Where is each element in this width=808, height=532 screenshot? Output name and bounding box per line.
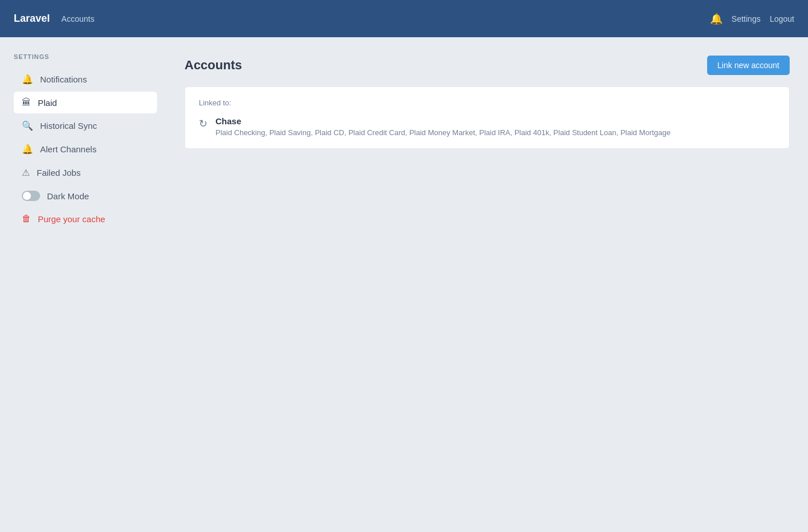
sidebar-item-failed-jobs[interactable]: ⚠ Failed Jobs bbox=[14, 161, 157, 184]
warning-icon: ⚠ bbox=[22, 167, 30, 178]
sidebar-item-label: Purge your cache bbox=[38, 214, 105, 224]
bell-icon: 🔔 bbox=[710, 13, 723, 25]
link-new-account-button[interactable]: Link new account bbox=[707, 56, 790, 75]
navbar-brand: Laravel bbox=[14, 13, 50, 25]
content-header: Accounts Link new account bbox=[185, 56, 790, 75]
settings-link[interactable]: Settings bbox=[732, 14, 761, 23]
navbar: Laravel Accounts 🔔 Settings Logout bbox=[0, 0, 808, 37]
bell-icon: 🔔 bbox=[22, 74, 33, 85]
main-layout: SETTINGS 🔔 Notifications 🏛 Plaid 🔍 Histo… bbox=[0, 37, 808, 532]
navbar-left: Laravel Accounts bbox=[14, 13, 95, 25]
account-name: Chase bbox=[215, 116, 670, 126]
navbar-accounts-link[interactable]: Accounts bbox=[61, 14, 95, 23]
sidebar-item-label: Notifications bbox=[40, 74, 87, 84]
account-info: Chase Plaid Checking, Plaid Saving, Plai… bbox=[215, 116, 670, 137]
sidebar-item-label: Plaid bbox=[38, 98, 57, 108]
linked-to-label: Linked to: bbox=[199, 98, 775, 107]
history-icon: 🔍 bbox=[22, 120, 33, 131]
account-sub-accounts: Plaid Checking, Plaid Saving, Plaid CD, … bbox=[215, 128, 670, 137]
sidebar-item-purge-cache[interactable]: 🗑 Purge your cache bbox=[14, 208, 157, 230]
sidebar-section-title: SETTINGS bbox=[14, 53, 157, 60]
dark-mode-toggle[interactable] bbox=[22, 191, 40, 201]
alert-bell-icon: 🔔 bbox=[22, 144, 33, 155]
logout-link[interactable]: Logout bbox=[770, 14, 794, 23]
bank-icon: 🏛 bbox=[22, 97, 31, 108]
page-title: Accounts bbox=[185, 58, 242, 73]
accounts-card: Linked to: ↻ Chase Plaid Checking, Plaid… bbox=[185, 86, 790, 149]
trash-icon: 🗑 bbox=[22, 214, 31, 224]
main-content: Accounts Link new account Linked to: ↻ C… bbox=[166, 37, 808, 532]
sidebar-item-historical-sync[interactable]: 🔍 Historical Sync bbox=[14, 115, 157, 137]
navbar-right: 🔔 Settings Logout bbox=[710, 13, 794, 25]
account-row: ↻ Chase Plaid Checking, Plaid Saving, Pl… bbox=[199, 116, 775, 137]
sidebar-item-notifications[interactable]: 🔔 Notifications bbox=[14, 68, 157, 90]
sync-icon: ↻ bbox=[199, 117, 207, 130]
sidebar-item-dark-mode[interactable]: Dark Mode bbox=[14, 185, 157, 207]
sidebar-item-label: Alert Channels bbox=[40, 144, 96, 154]
sidebar-item-label: Failed Jobs bbox=[37, 168, 81, 178]
sidebar-item-label: Dark Mode bbox=[47, 191, 89, 201]
sidebar-item-plaid[interactable]: 🏛 Plaid bbox=[14, 92, 157, 113]
sidebar-item-label: Historical Sync bbox=[40, 121, 97, 131]
sidebar-item-alert-channels[interactable]: 🔔 Alert Channels bbox=[14, 138, 157, 160]
sidebar: SETTINGS 🔔 Notifications 🏛 Plaid 🔍 Histo… bbox=[0, 37, 166, 532]
